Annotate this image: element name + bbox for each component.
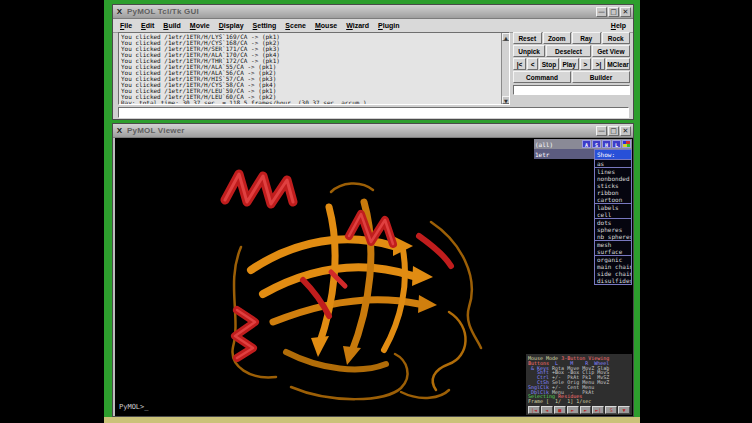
reset-button[interactable]: Reset	[513, 32, 542, 44]
menu-scene[interactable]: Scene	[285, 22, 306, 29]
menu-item-nonbonded[interactable]: nonbonded	[595, 175, 631, 182]
pymol-viewer-window: X PyMOL Viewer — □ ✕	[112, 123, 634, 417]
object-label: (all)	[535, 141, 581, 148]
menu-wizard[interactable]: Wizard	[346, 22, 369, 29]
movie-first-button[interactable]: |<	[513, 58, 526, 70]
scroll-down-icon[interactable]: ▼	[502, 96, 510, 104]
menu-item-sticks[interactable]: sticks	[595, 182, 631, 189]
close-button[interactable]: ✕	[620, 7, 631, 17]
menu-item-cartoon[interactable]: cartoon	[595, 196, 631, 203]
stop-button[interactable]: ■	[554, 406, 566, 414]
mclear-button[interactable]: MClear	[606, 58, 630, 70]
step-forward-button[interactable]: ►	[580, 406, 592, 414]
console-line: Ray: total time: 30.37 sec. = 118.5 fram…	[121, 100, 507, 105]
menu-build[interactable]: Build	[163, 22, 181, 29]
fullscreen-button[interactable]: ▼	[618, 406, 630, 414]
menu-plugin[interactable]: Plugin	[378, 22, 399, 29]
menu-movie[interactable]: Movie	[190, 22, 210, 29]
ray-button[interactable]: Ray	[572, 32, 601, 44]
unpick-button[interactable]: Unpick	[513, 45, 545, 57]
x11-logo-icon: X	[115, 7, 124, 16]
close-button[interactable]: ✕	[620, 126, 631, 136]
viewer-titlebar[interactable]: X PyMOL Viewer — □ ✕	[113, 124, 633, 138]
viewer-window-title: PyMOL Viewer	[127, 126, 595, 135]
menu-item-side-chain[interactable]: side chain	[595, 270, 631, 277]
hide-button-h[interactable]: H	[602, 140, 611, 148]
step-back-button[interactable]: ◄	[541, 406, 553, 414]
movie-back-button[interactable]: <	[527, 58, 538, 70]
menu-item-as[interactable]: as	[595, 160, 631, 167]
play-button[interactable]: ►	[567, 406, 579, 414]
rewind-button[interactable]: |◄	[528, 406, 540, 414]
fast-forward-button[interactable]: ►|	[592, 406, 604, 414]
menu-item-cell[interactable]: cell	[595, 211, 631, 218]
vcr-controls: |◄ ◄ ■ ► ► ►| S ▼	[528, 406, 630, 414]
gui-menubar: File Edit Build Movie Display Setting Sc…	[113, 19, 633, 33]
minimize-button[interactable]: —	[596, 7, 607, 17]
zoom-button[interactable]: Zoom	[543, 32, 572, 44]
desktop-bottom-strip	[104, 417, 640, 423]
menu-item-organic[interactable]: organic	[595, 256, 631, 263]
menu-item-labels[interactable]: labels	[595, 204, 631, 211]
command-button[interactable]: Command	[513, 71, 571, 83]
control-button-panel: Reset Zoom Ray Rock Unpick Deselect Get …	[513, 32, 630, 105]
maximize-button[interactable]: □	[608, 126, 619, 136]
object-row-all[interactable]: (all) A S H L	[534, 139, 632, 149]
minimize-button[interactable]: —	[596, 126, 607, 136]
movie-last-button[interactable]: >|	[592, 58, 605, 70]
show-menu: Show: as lines nonbonded sticks ribbon c…	[594, 149, 632, 285]
desktop: X PyMOL Tcl/Tk GUI — □ ✕ File Edit Build…	[0, 0, 752, 423]
scene-button[interactable]: S	[605, 406, 617, 414]
movie-play-button[interactable]: Play	[560, 58, 579, 70]
movie-forward-button[interactable]: >	[580, 58, 591, 70]
gui-window-title: PyMOL Tcl/Tk GUI	[127, 7, 595, 16]
menu-mouse[interactable]: Mouse	[315, 22, 337, 29]
movie-stop-button[interactable]: Stop	[539, 58, 558, 70]
rock-button[interactable]: Rock	[602, 32, 631, 44]
menu-item-disulfides[interactable]: disulfides	[595, 277, 631, 284]
x11-logo-icon: X	[115, 126, 124, 135]
menu-item-ribbon[interactable]: ribbon	[595, 189, 631, 196]
console-scrollbar[interactable]: ▲ ▼	[501, 33, 509, 104]
show-menu-title: Show:	[595, 150, 631, 159]
builder-button[interactable]: Builder	[572, 71, 630, 83]
menu-setting[interactable]: Setting	[253, 22, 277, 29]
protein-structure	[181, 152, 521, 410]
menu-display[interactable]: Display	[219, 22, 244, 29]
menu-item-mesh[interactable]: mesh	[595, 241, 631, 248]
viewer-command-prompt[interactable]: PyMOL>_	[119, 403, 149, 411]
menu-item-nb-spheres[interactable]: nb_spheres	[595, 233, 631, 240]
menu-edit[interactable]: Edit	[141, 22, 154, 29]
get-view-button[interactable]: Get View	[592, 45, 630, 57]
3d-viewport[interactable]: (all) A S H L 1etr Show: as lines nonbon…	[115, 138, 633, 416]
feedback-field[interactable]	[513, 85, 630, 95]
output-console[interactable]: You clicked /1etr/1ETR/H/LYS`169/CA -> (…	[118, 32, 510, 105]
menu-item-main-chain[interactable]: main chain	[595, 263, 631, 270]
color-button-c[interactable]	[622, 140, 631, 148]
mouse-mode-panel: Mouse Mode 3-Button Viewing Buttons L M …	[526, 354, 632, 415]
gui-titlebar[interactable]: X PyMOL Tcl/Tk GUI — □ ✕	[113, 5, 633, 19]
menu-item-surface[interactable]: surface	[595, 248, 631, 255]
pymol-gui-window: X PyMOL Tcl/Tk GUI — □ ✕ File Edit Build…	[112, 4, 634, 120]
frame-counter: Frame [ 1/ 1] 1/sec	[528, 398, 591, 404]
action-button-a[interactable]: A	[582, 140, 591, 148]
menu-item-lines[interactable]: lines	[595, 168, 631, 175]
deselect-button[interactable]: Deselect	[546, 45, 590, 57]
menu-file[interactable]: File	[120, 22, 132, 29]
menu-item-spheres[interactable]: spheres	[595, 226, 631, 233]
menu-item-dots[interactable]: dots	[595, 219, 631, 226]
label-button-l[interactable]: L	[612, 140, 621, 148]
maximize-button[interactable]: □	[608, 7, 619, 17]
show-button-s[interactable]: S	[592, 140, 601, 148]
menu-help[interactable]: Help	[611, 22, 626, 29]
command-input[interactable]	[118, 107, 629, 118]
scroll-up-icon[interactable]: ▲	[502, 33, 510, 41]
